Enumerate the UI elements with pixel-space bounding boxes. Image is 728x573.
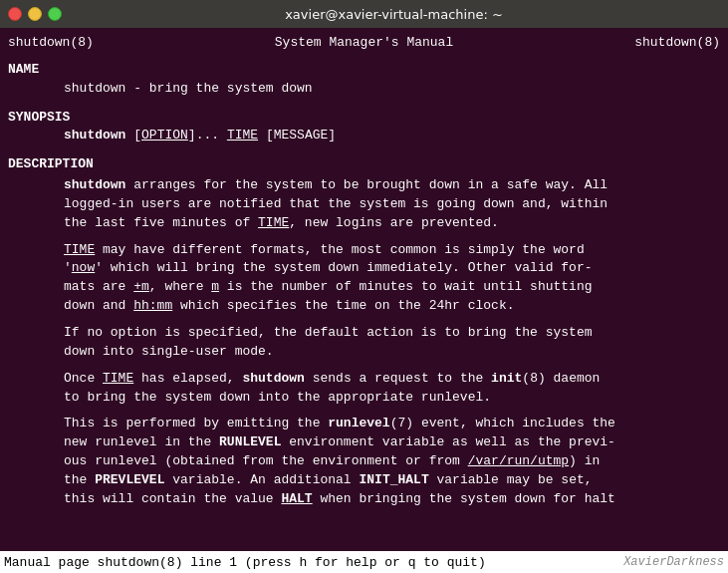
description-para5: This is performed by emitting the runlev… bbox=[8, 415, 720, 508]
synopsis-cmd: shutdown bbox=[64, 128, 125, 143]
title-bar: xavier@xavier-virtual-machine: ~ bbox=[0, 0, 728, 28]
section-synopsis: SYNOPSIS shutdown [OPTION]... TIME [MESS… bbox=[8, 109, 720, 146]
status-bar: Manual page shutdown(8) line 1 (press h … bbox=[0, 551, 728, 573]
section-name-title: NAME bbox=[8, 61, 720, 80]
section-synopsis-title: SYNOPSIS bbox=[8, 109, 720, 128]
terminal-body: shutdown(8) System Manager's Manual shut… bbox=[0, 28, 728, 551]
description-para1: shutdown arranges for the system to be b… bbox=[8, 176, 720, 233]
section-description-title: DESCRIPTION bbox=[8, 155, 720, 174]
section-synopsis-content: shutdown [OPTION]... TIME [MESSAGE] bbox=[8, 127, 720, 145]
status-bar-text: Manual page shutdown(8) line 1 (press h … bbox=[4, 555, 623, 570]
manpage-header: shutdown(8) System Manager's Manual shut… bbox=[8, 34, 720, 53]
section-name-content: shutdown - bring the system down bbox=[8, 80, 720, 99]
section-name: NAME shutdown - bring the system down bbox=[8, 61, 720, 99]
window-title: xavier@xavier-virtual-machine: ~ bbox=[68, 7, 720, 22]
header-right: shutdown(8) bbox=[634, 34, 720, 53]
minimize-button[interactable] bbox=[28, 7, 42, 21]
header-center: System Manager's Manual bbox=[275, 34, 453, 53]
section-description: DESCRIPTION shutdown arranges for the sy… bbox=[8, 155, 720, 508]
description-para3: If no option is specified, the default a… bbox=[8, 324, 720, 362]
description-para4: Once TIME has elapsed, shutdown sends a … bbox=[8, 370, 720, 408]
close-button[interactable] bbox=[8, 7, 22, 21]
header-left: shutdown(8) bbox=[8, 34, 94, 53]
watermark: XavierDarkness bbox=[623, 555, 724, 569]
description-para2: TIME may have different formats, the mos… bbox=[8, 241, 720, 316]
maximize-button[interactable] bbox=[48, 7, 62, 21]
